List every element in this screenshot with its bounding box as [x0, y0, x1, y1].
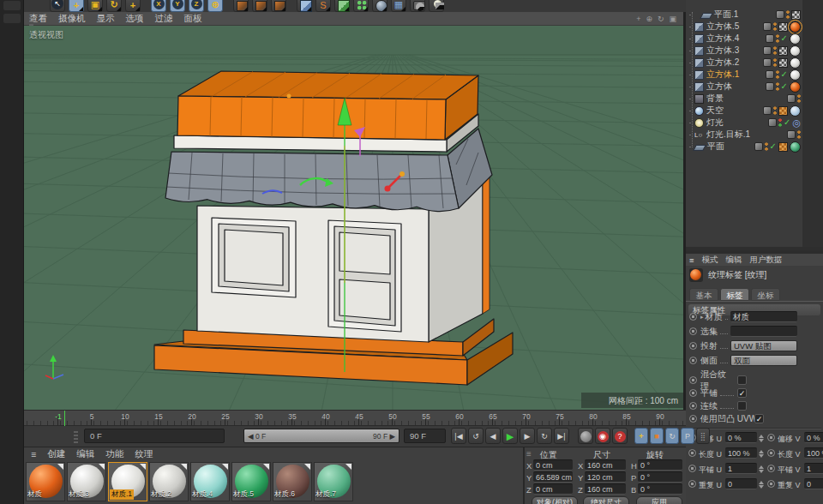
compositing-tag-icon[interactable] [778, 106, 788, 116]
object-row[interactable]: 立方体 ✓ [689, 81, 801, 93]
tiles-u-field[interactable]: 1 [725, 463, 757, 474]
absolute-size-dropdown[interactable]: 绝对尺寸 [583, 496, 629, 504]
enable-check-icon[interactable]: ✓ [781, 82, 788, 91]
repeat-u-field[interactable]: 0 [725, 478, 757, 489]
compositing-tag-icon[interactable] [778, 142, 788, 152]
visibility-dots[interactable] [773, 22, 777, 31]
object-row[interactable]: 天空 [689, 105, 801, 117]
expand-icon[interactable]: ▸ [700, 314, 704, 321]
rot-p-field[interactable]: 0 ° [638, 471, 682, 483]
play-button[interactable]: ▶ [502, 428, 518, 444]
anim-dot-icon[interactable] [689, 376, 697, 384]
texture-tag-icon-selected[interactable] [790, 21, 801, 33]
texture-tag-icon[interactable] [790, 81, 801, 93]
tiles-v-field[interactable]: 1 [804, 463, 823, 474]
material-item[interactable]: 材质.3 [67, 462, 106, 501]
add-light-icon[interactable] [429, 0, 444, 12]
apply-button[interactable]: 应用 [636, 496, 682, 504]
object-row[interactable]: 立方体.4 ✓ [689, 33, 801, 45]
bump-uvw-checkbox[interactable]: ✓ [754, 414, 764, 423]
add-cube-icon[interactable] [297, 0, 312, 12]
size-z-field[interactable]: 160 cm [585, 483, 626, 495]
visibility-dots[interactable] [765, 142, 768, 151]
selection-field[interactable] [730, 326, 797, 337]
enable-check-icon[interactable]: ✓ [781, 70, 788, 79]
current-frame-marker[interactable] [64, 411, 65, 427]
anim-dot-icon[interactable] [689, 327, 697, 335]
offset-v-field[interactable]: 0 % [804, 432, 823, 443]
add-spline-icon[interactable]: S [315, 0, 331, 12]
uvw-tag-icon[interactable] [778, 46, 788, 56]
side-dropdown[interactable]: 双面 [730, 355, 797, 366]
record-disabled-button[interactable] [578, 428, 593, 444]
add-generator-icon[interactable] [334, 0, 350, 12]
menu-function[interactable]: 功能 [105, 448, 123, 460]
sky-texture-tag-icon[interactable] [790, 105, 801, 117]
visibility-dots[interactable] [776, 34, 779, 43]
material-item-selected[interactable]: 材质.1 [108, 462, 147, 501]
key-parameter-toggle[interactable]: P [681, 428, 694, 444]
phong-tag-icon[interactable] [776, 10, 784, 19]
add-array-icon[interactable] [353, 0, 369, 12]
render-region-icon[interactable] [252, 0, 267, 12]
tab-basic[interactable]: 基本 [689, 288, 718, 301]
pos-z-field[interactable]: 0 cm [533, 483, 573, 495]
uvw-tag-icon[interactable] [778, 58, 788, 68]
menubar-grip[interactable]: ≡ [31, 449, 36, 459]
uvw-tag-icon[interactable] [791, 10, 801, 20]
phong-tag-icon[interactable] [763, 106, 772, 115]
toolbar-grip[interactable] [74, 429, 78, 443]
x-axis-lock-icon[interactable]: X [151, 0, 166, 12]
anim-dot-icon[interactable] [689, 402, 697, 410]
anim-dot-icon[interactable] [688, 480, 696, 488]
anim-dot-icon[interactable] [688, 465, 696, 472]
scale-tool-icon[interactable]: ▣ [87, 0, 103, 12]
key-position-toggle[interactable]: + [634, 428, 648, 444]
end-frame-field[interactable]: 90 F [404, 429, 446, 443]
menu-mode[interactable]: 模式 [702, 255, 718, 266]
texture-tag-icon[interactable] [790, 45, 801, 57]
loop-button[interactable]: ↻ [537, 428, 552, 444]
rotate-view-icon[interactable]: ↻ [658, 15, 664, 23]
material-item[interactable]: 材质 [26, 462, 65, 501]
menu-display[interactable]: 显示 [97, 13, 115, 25]
material-link-field[interactable]: 材质 [730, 311, 797, 322]
anim-dot-icon[interactable] [767, 465, 775, 472]
texture-tag-icon[interactable] [790, 57, 801, 69]
enable-check-icon[interactable]: ✓ [784, 118, 790, 127]
play-backward-button[interactable]: ↺ [468, 428, 484, 444]
move-tool-icon[interactable]: + [69, 0, 84, 12]
object-row[interactable]: 平面 ✓ [689, 141, 801, 153]
material-item[interactable]: 材质.4 [190, 462, 230, 501]
repeat-v-field[interactable]: 0 [804, 478, 823, 489]
texture-tag-icon[interactable] [790, 33, 801, 45]
tab-coordinates[interactable]: 坐标 [751, 288, 780, 301]
goto-end-button[interactable]: ▶| [554, 428, 569, 444]
next-frame-button[interactable]: ▶ [520, 428, 535, 444]
menu-options[interactable]: 选项 [126, 13, 144, 25]
size-x-field[interactable]: 160 cm [585, 459, 626, 471]
anim-dot-icon[interactable] [689, 415, 697, 423]
anim-dot-icon[interactable] [767, 434, 775, 441]
add-camera-icon[interactable] [410, 0, 425, 12]
visibility-dots[interactable] [776, 70, 779, 79]
phong-tag-icon[interactable] [763, 46, 772, 55]
material-item[interactable]: 材质.6 [273, 462, 312, 501]
length-v-field[interactable]: 100 % [804, 447, 823, 459]
prev-frame-button[interactable]: ◀ [485, 428, 501, 444]
phong-tag-icon[interactable] [787, 94, 796, 103]
object-row[interactable]: 灯光 ✓◎ [689, 117, 801, 129]
menu-panel[interactable]: 面板 [184, 13, 202, 25]
object-relative-dropdown[interactable]: 对象(相对) [532, 496, 578, 504]
length-u-field[interactable]: 100 % [725, 447, 757, 459]
object-row-selected[interactable]: 立方体.1 ✓ [689, 69, 801, 81]
current-frame-field[interactable]: 0 F [84, 429, 225, 443]
phong-tag-icon[interactable] [766, 70, 774, 79]
pos-y-field[interactable]: 66.589 cm [533, 471, 573, 483]
key-rotation-toggle[interactable]: ↻ [665, 428, 679, 444]
texture-tag-icon[interactable] [790, 69, 801, 81]
offset-u-field[interactable]: 0 % [725, 432, 757, 443]
object-row[interactable]: 立方体.2 [689, 57, 801, 69]
tile-checkbox[interactable]: ✓ [737, 388, 747, 398]
phong-tag-icon[interactable] [766, 82, 774, 91]
